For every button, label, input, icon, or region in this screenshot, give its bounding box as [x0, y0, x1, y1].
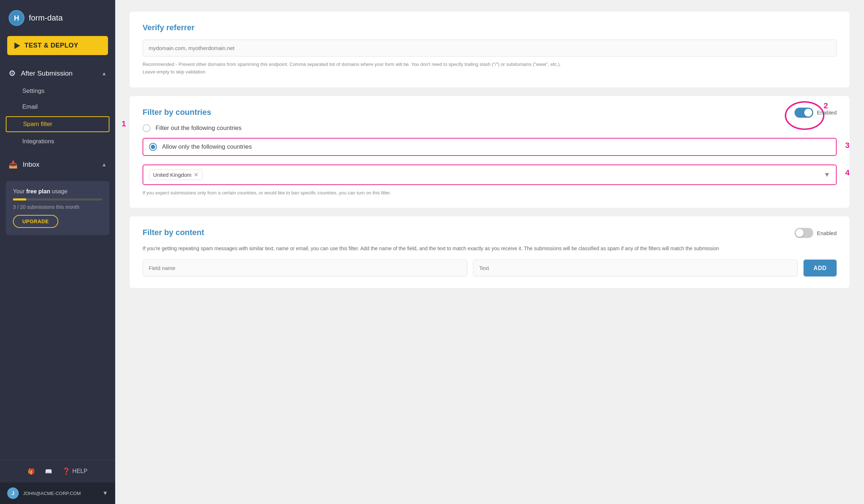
inbox-label: Inbox — [23, 161, 39, 168]
sidebar-item-settings[interactable]: Settings — [0, 83, 115, 99]
radio-filter-out[interactable]: Filter out the following countries — [143, 124, 837, 132]
filter-content-title: Filter by content — [143, 228, 837, 237]
country-tag-label: United Kingdom — [153, 172, 192, 178]
after-submission-label: After Submission — [21, 69, 73, 77]
help-button[interactable]: ❓ HELP — [62, 467, 87, 475]
plan-progress-bar — [13, 198, 102, 201]
sidebar-item-spam-filter[interactable]: Spam filter — [6, 116, 109, 132]
filter-countries-toggle-label: Enabled — [817, 109, 837, 116]
filter-content-card: Filter by content Enabled If you're gett… — [130, 216, 850, 288]
logo-icon: H — [9, 10, 24, 26]
sidebar-item-email[interactable]: Email — [0, 99, 115, 115]
toggle-knob — [804, 109, 812, 117]
field-name-input[interactable] — [143, 260, 467, 276]
filter-content-toggle-row: Enabled — [795, 228, 837, 238]
inbox-icon: 📥 — [9, 160, 18, 169]
annotation-3: 3 — [845, 141, 850, 150]
user-row[interactable]: J JOHN@ACME-CORP.COM ▼ — [0, 482, 115, 504]
question-icon: ❓ — [62, 467, 70, 475]
avatar: J — [7, 487, 19, 499]
plan-box: Your free plan usage 3 / 20 submissions … — [6, 181, 109, 235]
country-select-chevron-icon: ▼ — [824, 171, 830, 179]
after-submission-chevron: ▲ — [102, 71, 107, 76]
annotation-4: 4 — [845, 168, 850, 177]
country-select-wrapper[interactable]: United Kingdom ✕ ▼ — [143, 165, 837, 185]
filter-countries-title: Filter by countries — [143, 108, 837, 117]
plan-type: free plan — [26, 188, 50, 194]
verify-referrer-title: Verify referrer — [143, 23, 837, 32]
filter-content-toggle-label: Enabled — [817, 230, 837, 236]
filter-countries-radio-group: Filter out the following countries Allow… — [143, 124, 837, 157]
filter-content-toggle[interactable] — [795, 228, 813, 238]
gear-icon: ⚙ — [9, 69, 16, 78]
main-content: Verify referrer Recommended - Prevent ot… — [115, 0, 864, 504]
country-help: If you expect submissions only from a ce… — [143, 189, 837, 197]
plan-text-prefix: Your — [13, 188, 26, 194]
deploy-button[interactable]: TEST & DEPLOY — [7, 36, 108, 55]
gift-button[interactable]: 🎁 — [28, 468, 35, 475]
radio-allow-only-label: Allow only the following countries — [162, 143, 252, 150]
play-icon — [14, 42, 20, 49]
nav-inbox-header[interactable]: 📥 Inbox ▲ — [0, 155, 115, 174]
country-tag-uk: United Kingdom ✕ — [149, 170, 202, 180]
help-label: HELP — [72, 468, 87, 474]
plan-count: 3 / 20 submissions this month — [13, 204, 102, 210]
filter-content-toggle-knob — [796, 229, 804, 237]
filter-content-field-row: ADD — [143, 260, 837, 276]
country-tag-remove[interactable]: ✕ — [194, 171, 198, 178]
gift-icon: 🎁 — [28, 468, 35, 475]
deploy-button-label: TEST & DEPLOY — [24, 42, 78, 49]
radio-filter-out-circle — [143, 124, 150, 132]
radio-filter-out-label: Filter out the following countries — [156, 125, 242, 132]
radio-allow-only[interactable]: Allow only the following countries — [143, 138, 837, 156]
upgrade-button[interactable]: UPGRADE — [13, 215, 58, 228]
verify-referrer-card: Verify referrer Recommended - Prevent ot… — [130, 12, 850, 87]
plan-text: Your free plan usage — [13, 188, 102, 195]
nav-after-submission: ⚙ After Submission ▲ Settings Email Spam… — [0, 64, 115, 152]
text-input[interactable] — [473, 260, 798, 276]
country-select-outer: United Kingdom ✕ ▼ 4 — [143, 165, 837, 185]
plan-progress-fill — [13, 198, 26, 201]
referrer-help: Recommended - Prevent other domains from… — [143, 61, 837, 76]
referrer-input[interactable] — [143, 40, 837, 57]
user-chevron-icon: ▼ — [102, 490, 108, 496]
help-row: 🎁 📖 ❓ HELP — [0, 460, 115, 482]
filter-countries-toggle[interactable] — [795, 108, 813, 118]
radio-allow-only-circle — [149, 143, 157, 151]
radio-allow-wrapper: Allow only the following countries 3 — [143, 138, 837, 157]
plan-text-suffix: usage — [52, 188, 68, 194]
sidebar: H form-data TEST & DEPLOY ⚙ After Submis… — [0, 0, 115, 504]
sidebar-logo: H form-data — [0, 0, 115, 36]
inbox-chevron: ▲ — [102, 162, 107, 167]
docs-button[interactable]: 📖 — [45, 468, 52, 475]
filter-countries-card: Filter by countries 2 Enabled Filter out… — [130, 96, 850, 208]
annotation-1: 1 — [122, 119, 126, 129]
book-icon: 📖 — [45, 468, 52, 475]
filter-countries-toggle-row: Enabled — [795, 108, 837, 118]
logo-text: form-data — [29, 13, 63, 23]
filter-content-help: If you're getting repeating spam message… — [143, 244, 837, 252]
nav-after-submission-header[interactable]: ⚙ After Submission ▲ — [0, 64, 115, 83]
add-button[interactable]: ADD — [804, 260, 837, 276]
user-email: JOHN@ACME-CORP.COM — [23, 491, 81, 496]
sidebar-bottom: 🎁 📖 ❓ HELP J JOHN@ACME-CORP.COM ▼ — [0, 460, 115, 504]
sidebar-item-integrations[interactable]: Integrations — [0, 134, 115, 149]
